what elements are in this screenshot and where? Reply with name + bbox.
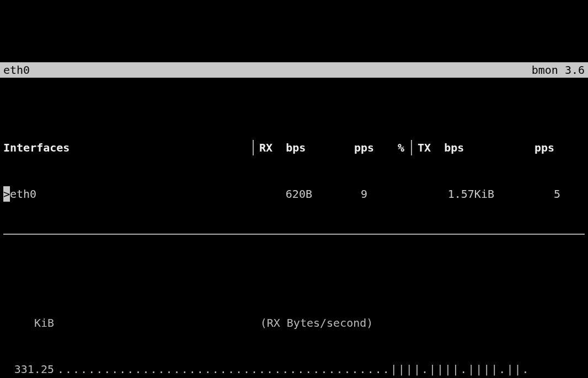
cell-tx-pps: 5: [494, 186, 560, 202]
title-bar: eth0 bmon 3.6: [0, 62, 588, 78]
cell-iface-name: eth0: [10, 187, 36, 201]
col-rx-bps: RX bps: [253, 140, 319, 155]
cell-tx-bps: 1.57KiB: [406, 186, 494, 202]
title-interface: eth0: [3, 62, 30, 78]
rx-ylab: 331.25: [12, 361, 57, 377]
col-rx-pct: %: [374, 140, 404, 155]
divider: [3, 234, 585, 235]
interface-table: Interfaces RX bps pps % TX bps pps >eth0…: [0, 109, 588, 253]
col-tx-pps: pps: [488, 140, 554, 155]
rx-graph: KiB (RX Bytes/second) 331.25............…: [0, 284, 588, 378]
rx-title: (RX Bytes/second): [57, 315, 576, 331]
cell-interface: >eth0: [3, 186, 246, 202]
title-program: bmon 3.6: [532, 62, 585, 78]
cursor-icon: >: [3, 186, 10, 202]
col-rx-pps: pps: [319, 140, 374, 155]
table-header: Interfaces RX bps pps % TX bps pps: [0, 140, 588, 155]
rx-graph-row: 331.25..................................…: [12, 361, 576, 377]
rx-bar-row: ........................................…: [57, 361, 576, 377]
cell-rx-pps: 9: [312, 186, 367, 202]
cell-rx-bps: 620B: [246, 186, 312, 202]
table-row[interactable]: >eth0 620B 9 1.57KiB 5: [0, 186, 588, 202]
col-interfaces: Interfaces: [3, 140, 246, 155]
col-tx-bps: TX bps: [411, 140, 488, 155]
rx-unit: KiB: [12, 315, 57, 331]
